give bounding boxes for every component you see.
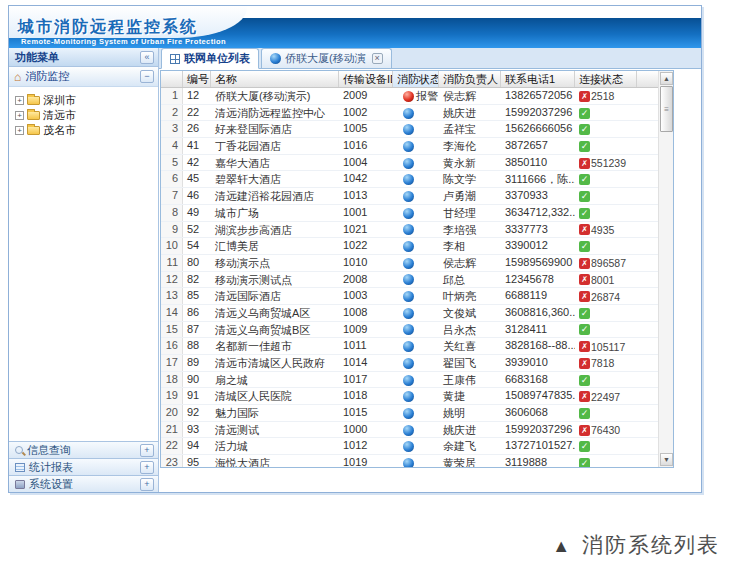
tree-item-qingyuan[interactable]: + 清远市 <box>15 108 154 123</box>
expand-icon[interactable]: + <box>15 111 24 120</box>
cell-device-id: 1022 <box>339 238 393 254</box>
col-row-index[interactable] <box>161 71 183 87</box>
table-row[interactable]: 542嘉华大酒店1004黄永新3850110✗551239 <box>161 155 658 172</box>
cell-connection: ✗76430 <box>575 422 637 438</box>
disconnected-cross-icon: ✗ <box>579 425 590 436</box>
cell-device-id: 1005 <box>339 121 393 137</box>
table-row[interactable]: 1688名都新一佳超市1011关红喜3828168--88...✗105117 <box>161 338 658 355</box>
normal-status-icon <box>403 391 414 402</box>
grid-icon <box>170 54 180 64</box>
cell-connection: ✓ <box>575 322 637 338</box>
tree-item-shenzhen[interactable]: + 深圳市 <box>15 93 154 108</box>
cell-device-id: 1000 <box>339 422 393 438</box>
normal-status-icon <box>403 208 414 219</box>
normal-status-icon <box>403 174 414 185</box>
accordion-expand-button[interactable]: + <box>140 478 154 491</box>
cell-name: 活力城 <box>211 438 339 454</box>
cell-device-id: 1008 <box>339 305 393 321</box>
table-row[interactable]: 1587清远义乌商贸城B区1009吕永杰3128411✓ <box>161 322 658 339</box>
cell-number: 26 <box>183 121 211 137</box>
cell-number: 22 <box>183 105 211 121</box>
accordion-item-statistics[interactable]: 统计报表 + <box>9 458 158 475</box>
connection-count: 551239 <box>591 157 626 169</box>
panel-wrap: 编号 名称 传输设备ID 消防状态 消防负责人 联系电话1 连接状态 <box>159 69 701 492</box>
table-row[interactable]: 1890扇之城1017王康伟6683168✓ <box>161 372 658 389</box>
table-row[interactable]: 746清远建滔裕花园酒店1013卢勇潮3370933✓ <box>161 188 658 205</box>
table-row[interactable]: 2294活力城1012余建飞13727101527...✓ <box>161 438 658 455</box>
group-collapse-button[interactable]: − <box>140 70 154 83</box>
col-telephone[interactable]: 联系电话1 <box>501 71 575 87</box>
col-number[interactable]: 编号 <box>183 71 211 87</box>
cell-telephone: 3939010 <box>501 355 575 371</box>
table-row[interactable]: 441丁香花园酒店1016李海伦3872657✓ <box>161 138 658 155</box>
sidebar-collapse-button[interactable]: « <box>140 51 154 64</box>
cell-fire-status <box>393 305 439 321</box>
cell-name: 移动演示测试点 <box>211 272 339 288</box>
expand-icon[interactable]: + <box>15 126 24 135</box>
grid-vertical-scrollbar[interactable]: ▲ ≡ ▼ <box>658 71 673 467</box>
table-row[interactable]: 1385清远国际酒店1003叶炳亮6688119✗26874 <box>161 288 658 305</box>
normal-status-icon <box>403 274 414 285</box>
cell-number: 41 <box>183 138 211 154</box>
col-device-id[interactable]: 传输设备ID <box>339 71 393 87</box>
scroll-thumb[interactable]: ≡ <box>660 86 673 132</box>
col-connection[interactable]: 连接状态 <box>575 71 637 87</box>
close-tab-icon[interactable]: × <box>372 53 383 64</box>
units-table: 编号 名称 传输设备ID 消防状态 消防负责人 联系电话1 连接状态 <box>161 71 673 467</box>
scroll-up-icon[interactable]: ▲ <box>660 72 673 85</box>
table-row[interactable]: 2193清远测试1000姚庆进15992037296✗76430 <box>161 422 658 439</box>
normal-status-icon <box>403 441 414 452</box>
tab-qiaolian-building[interactable]: 侨联大厦(移动演 × <box>261 48 392 68</box>
connection-count: 76430 <box>591 424 620 436</box>
cell-name: 丁香花园酒店 <box>211 138 339 154</box>
tree-item-maoming[interactable]: + 茂名市 <box>15 123 154 138</box>
accordion-item-settings[interactable]: 系统设置 + <box>9 475 158 492</box>
cell-device-id: 1011 <box>339 338 393 354</box>
sidebar: 功能菜单 « ⌂ 消防监控 − + 深圳市 + 清远市 <box>9 48 159 492</box>
table-row[interactable]: 1486清远义乌商贸城A区1008文俊斌3608816,360...✓ <box>161 305 658 322</box>
cell-number: 42 <box>183 155 211 171</box>
cell-filler <box>637 422 658 438</box>
cell-filler <box>637 355 658 371</box>
table-row[interactable]: 112侨联大厦(移动演示)2009报警侯志辉13826572056✗2518 <box>161 88 658 105</box>
table-row[interactable]: 952湖滨步步高酒店1021李培强3337773✗4935 <box>161 222 658 239</box>
table-row[interactable]: 849城市广场1001甘经理3634712,332...✓ <box>161 205 658 222</box>
cell-fire-status <box>393 338 439 354</box>
table-row[interactable]: 1054汇博美居1022李相3390012✓ <box>161 238 658 255</box>
sidebar-group-fire-monitor[interactable]: ⌂ 消防监控 − <box>9 67 158 87</box>
normal-status-icon <box>403 308 414 319</box>
cell-device-id: 1013 <box>339 188 393 204</box>
cell-row-index: 15 <box>161 322 183 338</box>
table-row[interactable]: 2395海悦大酒店1019黄荣居3119888✓ <box>161 455 658 467</box>
table-row[interactable]: 645碧翠轩大酒店1042陈文学3111666，陈...✓ <box>161 171 658 188</box>
col-fire-status[interactable]: 消防状态 <box>393 71 439 87</box>
disconnected-cross-icon: ✗ <box>579 91 590 102</box>
table-row[interactable]: 222清远消防远程监控中心1002姚庆进15992037296✓ <box>161 105 658 122</box>
scroll-down-icon[interactable]: ▼ <box>660 453 673 466</box>
col-person[interactable]: 消防负责人 <box>439 71 501 87</box>
cell-name: 移动演示点 <box>211 255 339 271</box>
col-name[interactable]: 名称 <box>211 71 339 87</box>
accordion-expand-button[interactable]: + <box>140 461 154 474</box>
cell-filler <box>637 222 658 238</box>
table-row[interactable]: 1991清城区人民医院1018黄捷15089747835...✗22497 <box>161 388 658 405</box>
accordion-expand-button[interactable]: + <box>140 444 154 457</box>
table-row[interactable]: 1180移动演示点1010侯志辉15989569900✗896587 <box>161 255 658 272</box>
table-row[interactable]: 1282移动演示测试点2008邱总12345678✗8001 <box>161 272 658 289</box>
cell-telephone: 15626666056 <box>501 121 575 137</box>
cell-filler <box>637 138 658 154</box>
connected-check-icon: ✓ <box>579 124 590 135</box>
table-row[interactable]: 326好来登国际酒店1005孟祥宝15626666056✓ <box>161 121 658 138</box>
normal-status-icon <box>403 191 414 202</box>
table-row[interactable]: 2092魅力国际1015姚明3606068✓ <box>161 405 658 422</box>
cell-number: 45 <box>183 171 211 187</box>
table-body: 112侨联大厦(移动演示)2009报警侯志辉13826572056✗251822… <box>161 88 658 467</box>
cell-filler <box>637 105 658 121</box>
cell-device-id: 2009 <box>339 88 393 104</box>
cell-number: 95 <box>183 455 211 467</box>
cell-name: 好来登国际酒店 <box>211 121 339 137</box>
table-row[interactable]: 1789清远市清城区人民政府1014翟国飞3939010✗7818 <box>161 355 658 372</box>
expand-icon[interactable]: + <box>15 96 24 105</box>
accordion-item-info-query[interactable]: 信息查询 + <box>9 441 158 458</box>
tab-network-units[interactable]: 联网单位列表 <box>161 48 259 69</box>
